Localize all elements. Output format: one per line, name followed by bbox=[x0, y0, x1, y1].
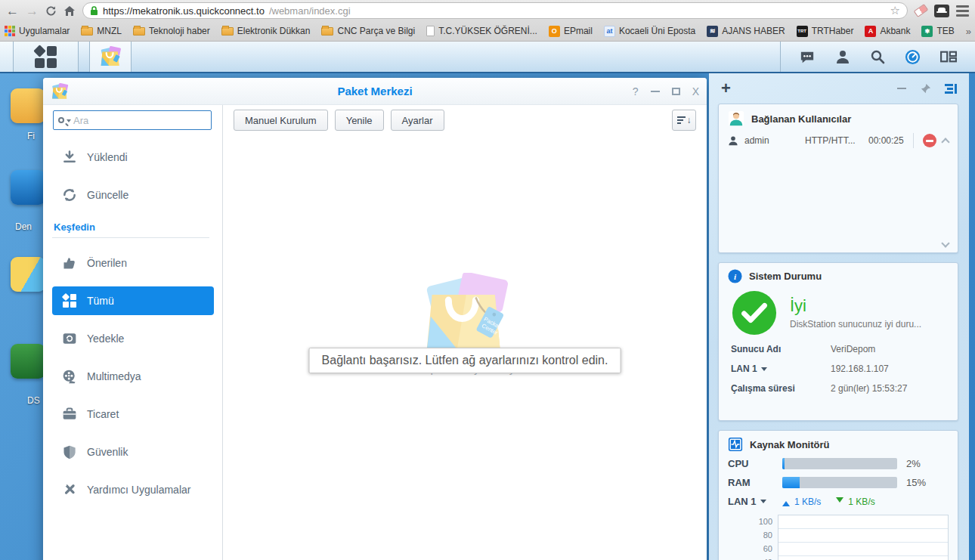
add-widget-icon[interactable]: + bbox=[721, 80, 731, 97]
cpu-row: CPU 2% bbox=[728, 458, 949, 469]
bookmark-yuksek-ogrenim[interactable]: T.C.YÜKSEK ÖĞRENİ... bbox=[426, 26, 537, 36]
settings-button[interactable]: Ayarlar bbox=[391, 110, 444, 131]
home-icon[interactable] bbox=[63, 5, 76, 17]
desktop-icon-file-station[interactable] bbox=[11, 88, 45, 123]
apps-grid-icon bbox=[5, 26, 15, 36]
status-label: İyi bbox=[790, 296, 921, 316]
sidebar-item-label: Yüklendi bbox=[87, 151, 128, 163]
eraser-extension-icon[interactable] bbox=[914, 4, 929, 17]
pilot-view-icon[interactable] bbox=[940, 50, 957, 63]
desktop-icon-ds[interactable] bbox=[11, 344, 45, 379]
sidebar-item-update[interactable]: Güncelle bbox=[52, 181, 214, 209]
desktop-icon-control-panel[interactable] bbox=[11, 170, 45, 205]
kick-user-icon[interactable] bbox=[923, 134, 936, 147]
connected-users-icon bbox=[728, 110, 744, 127]
lock-icon bbox=[90, 6, 98, 16]
bookmark-folder-mnzl[interactable]: MNZL bbox=[81, 26, 122, 36]
widget-title: Kaynak Monitörü bbox=[750, 439, 829, 450]
bookmark-epmail[interactable]: OEPmail bbox=[549, 26, 593, 37]
bookmark-teb[interactable]: ✱TEB bbox=[921, 26, 954, 37]
main-menu-button[interactable] bbox=[14, 42, 79, 72]
incognito-extension-icon[interactable] bbox=[934, 5, 949, 17]
search-icon[interactable] bbox=[870, 49, 885, 64]
desktop-icon-package-center[interactable] bbox=[11, 257, 45, 292]
upload-arrow-icon bbox=[782, 497, 790, 506]
bookmark-star-icon[interactable]: ☆ bbox=[890, 4, 900, 17]
lan-select-caret-icon[interactable] bbox=[761, 367, 767, 374]
y-axis-label: 40 bbox=[728, 555, 772, 560]
sidebar: Yüklendi Güncelle Keşfedin Önerilen Tümü bbox=[43, 135, 223, 560]
page-icon bbox=[426, 26, 435, 36]
backup-icon bbox=[61, 331, 78, 346]
sidebar-item-all[interactable]: Tümü bbox=[52, 286, 214, 315]
folder-icon bbox=[133, 27, 145, 36]
refresh-icon[interactable] bbox=[45, 5, 57, 17]
search-input[interactable] bbox=[73, 115, 206, 126]
download-arrow-icon bbox=[836, 497, 843, 506]
address-bar[interactable]: https://mekatronik.us.quickconnect.to/we… bbox=[82, 2, 908, 19]
close-icon[interactable]: X bbox=[692, 85, 699, 97]
sidebar-item-business[interactable]: Ticaret bbox=[52, 400, 214, 429]
epmail-icon: O bbox=[549, 26, 560, 37]
user-options-icon[interactable] bbox=[835, 49, 850, 64]
bookmark-ajans-haber[interactable]: ≋AJANS HABER bbox=[707, 26, 785, 37]
gauge-widget-icon[interactable] bbox=[905, 49, 921, 65]
sidebar-item-security[interactable]: Güvenlik bbox=[52, 438, 214, 466]
package-center-icon bbox=[99, 46, 122, 67]
dock-panel-icon[interactable] bbox=[945, 84, 957, 94]
bookmark-apps[interactable]: Uygulamalar bbox=[5, 26, 70, 36]
notifications-icon[interactable] bbox=[799, 50, 816, 64]
panel-minimize-icon[interactable] bbox=[897, 88, 906, 89]
window-toolbar: Manuel Kurulum Yenile Ayarlar ↓ bbox=[43, 105, 707, 135]
show-desktop-button[interactable] bbox=[0, 42, 14, 72]
sidebar-item-backup[interactable]: Yedekle bbox=[52, 324, 214, 353]
manual-install-button[interactable]: Manuel Kurulum bbox=[234, 110, 328, 131]
row-label: Sunucu Adı bbox=[731, 344, 831, 354]
bookmark-folder-cnc[interactable]: CNC Parça ve Bilgi bbox=[321, 26, 415, 36]
minimize-icon[interactable] bbox=[651, 91, 660, 92]
chevron-down-icon[interactable] bbox=[941, 239, 949, 247]
upload-value: 1 KB/s bbox=[794, 497, 821, 507]
sidebar-item-recommended[interactable]: Önerilen bbox=[52, 249, 214, 277]
sidebar-item-utilities[interactable]: Yardımcı Uygulamalar bbox=[52, 475, 214, 504]
browser-menu-icon[interactable] bbox=[956, 5, 969, 17]
help-icon[interactable]: ? bbox=[633, 85, 639, 97]
status-description: DiskStation sunucunuz iyi duru... bbox=[790, 319, 921, 330]
shield-icon bbox=[61, 444, 78, 459]
bookmark-folder-elektronik[interactable]: Elektronik Dükkan bbox=[221, 26, 311, 36]
status-row-uptime: Çalışma süresi 2 gün(ler) 15:53:27 bbox=[731, 383, 949, 394]
desktop: Fi Den DS Paket Merkezi ? X bbox=[0, 73, 975, 560]
sidebar-item-installed[interactable]: Yüklendi bbox=[52, 143, 214, 172]
row-value: 2 gün(ler) 15:53:27 bbox=[831, 383, 907, 394]
sidebar-item-multimedia[interactable]: Multimedya bbox=[52, 362, 214, 391]
bookmark-akbank[interactable]: AAkbank bbox=[865, 26, 910, 37]
window-titlebar[interactable]: Paket Merkezi ? X bbox=[43, 78, 707, 105]
y-axis-label: 60 bbox=[728, 542, 772, 555]
chevron-up-icon[interactable] bbox=[941, 138, 949, 146]
bookmark-label: Teknoloji haber bbox=[149, 26, 210, 36]
search-box[interactable] bbox=[53, 110, 212, 130]
bookmark-kocaeli-eposta[interactable]: atKocaeli Üni Eposta bbox=[604, 26, 695, 37]
bookmark-label: EPmail bbox=[564, 26, 593, 36]
bookmark-folder-teknoloji[interactable]: Teknoloji haber bbox=[133, 26, 210, 36]
sort-button[interactable]: ↓ bbox=[672, 110, 696, 131]
connected-user-row[interactable]: admin HTTP/HTT... 00:00:25 bbox=[728, 133, 949, 148]
ram-value: 15% bbox=[906, 477, 926, 488]
bookmarks-overflow-icon[interactable]: » bbox=[966, 26, 971, 37]
package-center-window: Paket Merkezi ? X Manuel Kurulum Yenile … bbox=[43, 78, 707, 560]
forward-icon[interactable]: → bbox=[26, 5, 39, 17]
taskbar-package-center-button[interactable] bbox=[89, 42, 132, 72]
widget-resource-monitor: Kaynak Monitörü CPU 2% RAM 15% LAN 1 1 K… bbox=[718, 430, 958, 560]
cpu-value: 2% bbox=[906, 458, 921, 469]
bookmark-trthaber[interactable]: TRTTRTHaber bbox=[797, 26, 854, 37]
pin-icon[interactable] bbox=[920, 83, 931, 94]
refresh-button[interactable]: Yenile bbox=[335, 110, 384, 131]
maximize-icon[interactable] bbox=[672, 88, 680, 95]
sidebar-item-label: Tümü bbox=[87, 295, 114, 307]
sort-icon bbox=[677, 116, 686, 124]
row-value: 192.168.1.107 bbox=[831, 364, 889, 374]
lan-select-caret-icon[interactable] bbox=[760, 500, 766, 506]
cpu-label: CPU bbox=[728, 458, 782, 469]
back-icon[interactable]: ← bbox=[6, 5, 19, 17]
bookmark-label: Elektronik Dükkan bbox=[237, 26, 311, 36]
